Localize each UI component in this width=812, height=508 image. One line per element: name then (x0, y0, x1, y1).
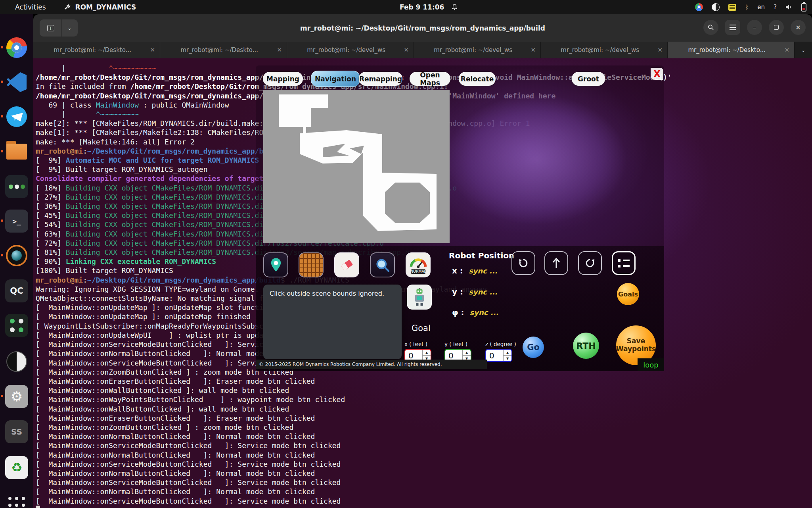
spin-down-icon[interactable]: ▼ (504, 356, 511, 361)
service-mode-button[interactable] (407, 285, 432, 310)
dock-item-vscode[interactable] (4, 69, 29, 95)
activities-button[interactable]: Activities (15, 3, 46, 11)
terminal-icon: >_ (5, 210, 28, 233)
dock-item-settings[interactable]: ⚙ (4, 384, 29, 409)
app-close-button[interactable]: X (651, 68, 663, 80)
terminal-line: [ MainWindow::onServiceModeButtonClicked… (36, 441, 672, 450)
list-icon (618, 259, 630, 267)
tab-close-icon[interactable]: ✕ (530, 46, 536, 54)
tray-notes-icon[interactable] (728, 4, 736, 11)
dock-item-files[interactable] (4, 139, 29, 164)
new-tab-button[interactable]: + (40, 19, 62, 37)
rotate-ccw-icon (517, 257, 529, 269)
goal-x-field: x ( feet ) 0 ▲▼ (404, 341, 431, 362)
tab-overflow-button[interactable]: ⌄ (795, 42, 812, 58)
chrome-icon (6, 37, 27, 58)
tab-label: mr_robot@mi: ~/Deskto... (38, 46, 147, 54)
groot-button[interactable]: Groot (572, 72, 605, 86)
focused-app-indicator[interactable]: ROM_DYNAMICS (64, 3, 136, 11)
zoom-mode-button[interactable] (370, 252, 395, 277)
recycle-icon: ♻ (5, 456, 28, 479)
wall-mode-button[interactable] (299, 252, 324, 277)
up-arrow-icon (551, 257, 561, 269)
terminal-line: [ MainWindow::onWayPointsButtonClicked ]… (36, 395, 672, 404)
tab-close-icon[interactable]: ✕ (657, 46, 663, 54)
rotate-cw-button[interactable] (578, 251, 602, 275)
spin-up-icon[interactable]: ▲ (423, 350, 431, 356)
navigation-button[interactable]: Navigation (311, 71, 360, 87)
tab-close-icon[interactable]: ✕ (784, 46, 789, 54)
telegram-icon (6, 106, 27, 127)
tab-label: mr_robot@mi: ~/devel_ws (419, 46, 527, 54)
tray-chrome-icon[interactable] (695, 3, 703, 11)
minimize-button[interactable]: – (747, 20, 762, 35)
tab-close-icon[interactable]: ✕ (404, 46, 409, 54)
dock-item-contrast[interactable] (4, 349, 29, 374)
dock-item-ports[interactable] (4, 174, 29, 199)
go-button[interactable]: Go (523, 337, 544, 358)
spin-up-icon[interactable]: ▲ (463, 350, 471, 356)
normal-mode-button[interactable]: NORMAL (406, 252, 431, 277)
tab-1[interactable]: mr_robot@mi: ~/Deskto...✕ (33, 42, 160, 58)
search-button[interactable] (703, 20, 718, 35)
spin-up-icon[interactable]: ▲ (504, 350, 511, 356)
dock-item-app-grid[interactable] (4, 493, 29, 508)
dock-item-chrome[interactable] (4, 35, 29, 60)
move-forward-button[interactable] (544, 251, 568, 275)
search-icon (708, 24, 714, 31)
dock-item-telegram[interactable] (4, 104, 29, 129)
rth-button[interactable]: RTH (573, 333, 599, 359)
terminal-window: mr_robot@mi: ~/Desktop/Git/rom_msgs/rom_… (33, 14, 812, 508)
clock-menu[interactable]: Feb 9 11:06 (400, 0, 458, 14)
relocate-button[interactable]: Relocate (459, 72, 496, 86)
loop-indicator[interactable]: loop (638, 358, 664, 371)
dock-item-recycle[interactable]: ♻ (4, 455, 29, 480)
help-icon[interactable]: ? (774, 4, 777, 11)
tab-5[interactable]: mr_robot@mi: ~/devel_ws✕ (541, 42, 668, 58)
gauge-normal-icon: NORMAL (408, 255, 429, 275)
goals-button[interactable]: Goals (617, 283, 639, 305)
dock-item-camera[interactable] (4, 243, 29, 268)
tab-close-icon[interactable]: ✕ (150, 46, 155, 54)
tab-2[interactable]: mr_robot@mi: ~/Deskto...✕ (160, 42, 287, 58)
tab-strip: mr_robot@mi: ~/Deskto...✕ mr_robot@mi: ~… (33, 42, 812, 58)
keyboard-layout[interactable]: en (757, 4, 765, 11)
x-label: x : (452, 266, 463, 275)
new-tab-dropdown[interactable]: ⌄ (62, 19, 77, 37)
top-bar: Activities ROM_DYNAMICS Feb 9 11:06 ᛒ en… (0, 0, 812, 14)
dock-item-qt[interactable] (4, 313, 29, 338)
waypoint-mode-button[interactable] (263, 252, 288, 277)
mapping-button[interactable]: Mapping (263, 72, 303, 86)
window-title: mr_robot@mi: ~/Desktop/Git/rom_msgs/rom_… (33, 24, 812, 32)
tab-6-active[interactable]: mr_robot@mi: ~/Deskto...✕ (668, 42, 795, 58)
menu-button[interactable] (725, 20, 740, 35)
tab-4[interactable]: mr_robot@mi: ~/devel_ws✕ (414, 42, 541, 58)
bluetooth-icon[interactable]: ᛒ (745, 4, 749, 11)
volume-icon[interactable] (785, 4, 793, 10)
ss-icon: SS (5, 420, 28, 443)
goal-z-spinbox[interactable]: 0 ▲▼ (485, 349, 512, 362)
app-grid-icon (8, 497, 25, 508)
rotate-ccw-button[interactable] (511, 251, 535, 275)
tray-contrast-icon[interactable] (712, 3, 720, 11)
terminal-line: [ MainWindow::onEraserButtonClicked ]: E… (36, 414, 672, 423)
eraser-mode-button[interactable] (334, 252, 359, 277)
dock-item-qc[interactable]: QC (4, 278, 29, 304)
dock-item-ss[interactable]: SS (4, 419, 29, 444)
close-button[interactable]: ✕ (791, 20, 806, 35)
terminal-line: [ MainWindow::onEraserButtonClicked ]: E… (36, 377, 672, 386)
waypoint-list-button[interactable] (612, 251, 636, 275)
terminal-content[interactable]: | ^~~~~~~~~~~/home/mr_robot/Desktop/Git/… (33, 58, 812, 508)
open-maps-button[interactable]: Open Maps (410, 72, 450, 86)
battery-icon[interactable] (801, 3, 806, 12)
dock: >_ QC ⚙ SS ♻ (0, 14, 33, 508)
terminal-cursor (36, 506, 40, 508)
tab-close-icon[interactable]: ✕ (277, 46, 282, 54)
terminal-line: [ MainWindow::onServiceModeButtonClicked… (36, 496, 672, 506)
map-view[interactable] (263, 90, 450, 243)
remapping-button[interactable]: Remapping (359, 72, 402, 86)
phi-label: φ : (452, 308, 464, 317)
dock-item-terminal[interactable]: >_ (4, 208, 29, 234)
tab-3[interactable]: mr_robot@mi: ~/devel_ws✕ (287, 42, 414, 58)
maximize-button[interactable] (769, 20, 784, 35)
